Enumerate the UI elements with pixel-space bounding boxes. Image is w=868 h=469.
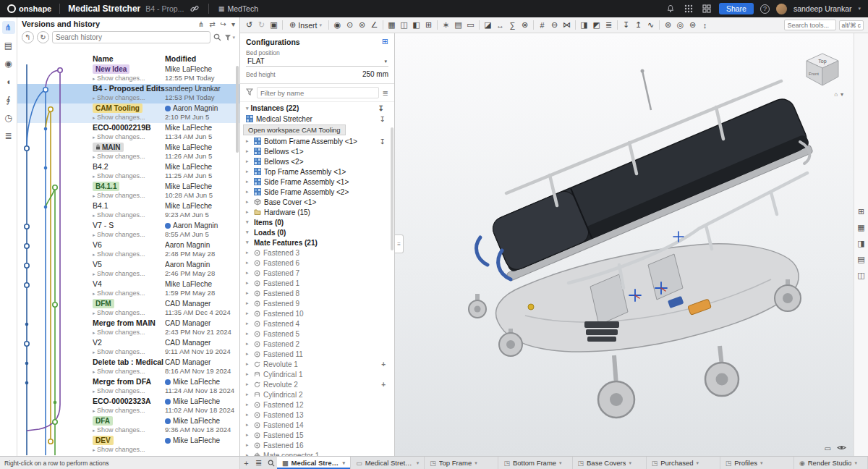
show-changes-link[interactable]: ▸ Show changes... <box>93 367 165 376</box>
sheet-metal-panel-icon[interactable]: ◫ <box>857 271 864 280</box>
section-row[interactable]: ▾Items (0) <box>240 217 394 227</box>
documents-grid-icon[interactable] <box>701 3 712 14</box>
version-row[interactable]: B4 - Proposed Edits▸ Show changes...sand… <box>17 84 239 103</box>
circular-pattern-icon[interactable]: ◫ <box>398 19 410 31</box>
mate-row[interactable]: ▸Fastened 7 <box>240 268 394 278</box>
filter-by-name-input[interactable] <box>260 89 375 97</box>
view-cube-front-label[interactable]: Front <box>809 72 819 76</box>
tab-render-studio[interactable]: ◉Render Studio▾ <box>794 457 868 469</box>
history-search-input[interactable] <box>56 33 207 41</box>
version-row[interactable]: New Idea▸ Show changes...Mike LaFleche12… <box>17 64 239 84</box>
bom-icon[interactable]: ≣ <box>603 19 615 31</box>
tree-arrow-icon[interactable]: ▸ <box>246 321 251 326</box>
panel-menu-icon[interactable]: ▾ <box>231 20 235 28</box>
fullscreen-icon[interactable]: ↕ <box>699 19 711 31</box>
create-version-icon[interactable]: ⋔ <box>198 20 204 28</box>
mirror-icon[interactable]: ◧ <box>410 19 422 31</box>
group-icon[interactable]: ⊚ <box>356 19 368 31</box>
tree-arrow-icon[interactable]: ▸ <box>246 159 251 164</box>
tree-arrow-icon[interactable]: ▾ <box>246 229 251 235</box>
versions-history-icon[interactable]: ⋔ <box>2 21 15 34</box>
column-name[interactable]: Name <box>93 54 165 63</box>
tree-arrow-icon[interactable]: ▸ <box>246 270 251 276</box>
tab-profiles[interactable]: ◳Profiles▾ <box>720 457 794 469</box>
version-row[interactable]: CAM Tooling▸ Show changes...Aaron Magnin… <box>17 103 239 123</box>
version-row[interactable]: Merge from MAIN▸ Show changes...CAD Mana… <box>17 318 239 338</box>
part-list-icon[interactable]: ▤ <box>2 39 15 52</box>
mate-icon[interactable]: ◉ <box>331 19 344 31</box>
instances-collapse-icon[interactable]: ▾ <box>246 106 249 111</box>
tab-purchased[interactable]: ◳Purchased▾ <box>647 457 720 469</box>
custom-tables-panel-icon[interactable]: ▦ <box>857 223 864 232</box>
bed-position-select[interactable]: FLAT ▾ <box>246 56 388 67</box>
show-changes-link[interactable]: ▸ Show changes... <box>93 230 165 240</box>
tree-arrow-icon[interactable]: ▸ <box>246 280 251 286</box>
list-view-icon[interactable]: ≣ <box>383 89 388 97</box>
show-changes-link[interactable]: ▸ Show changes... <box>93 289 165 298</box>
show-changes-link[interactable]: ▸ Show changes... <box>93 113 165 122</box>
view-cube-top-label[interactable]: Top <box>818 59 826 64</box>
org-label[interactable]: ▦ MedTech <box>217 4 258 13</box>
stretcher-model[interactable] <box>395 33 854 456</box>
notifications-bell-icon[interactable] <box>665 3 676 14</box>
paste-icon[interactable]: ▣ <box>268 19 280 31</box>
version-row[interactable]: ECO-00002323A▸ Show changes...Mike LaFle… <box>17 397 239 416</box>
tree-arrow-icon[interactable]: ▸ <box>246 310 251 316</box>
tree-arrow-icon[interactable]: ▸ <box>246 412 251 418</box>
version-row[interactable]: V6▸ Show changes...Aaron Magnin2:48 PM M… <box>17 240 239 260</box>
version-row[interactable]: DEV▸ Show changes...Mike LaFleche <box>17 436 239 455</box>
mate-row[interactable]: ▸Cylindrical 1 <box>240 369 394 379</box>
tab-caret-icon[interactable]: ▾ <box>417 460 420 466</box>
tree-arrow-icon[interactable]: ▸ <box>246 250 251 255</box>
linear-pattern-icon[interactable]: ▦ <box>386 19 398 31</box>
show-changes-link[interactable]: ▸ Show changes... <box>93 347 165 357</box>
mate-row[interactable]: ▸Fastened 15 <box>240 430 394 440</box>
tree-arrow-icon[interactable]: ▸ <box>246 260 251 266</box>
tab-caret-icon[interactable]: ▾ <box>854 460 857 466</box>
capture-image-icon[interactable]: ▭ <box>825 444 831 452</box>
section-row[interactable]: ▾Loads (0) <box>240 227 394 237</box>
appearance-panel-icon[interactable]: ◨ <box>857 239 864 248</box>
tree-arrow-icon[interactable]: ▸ <box>246 402 251 407</box>
tree-arrow-icon[interactable]: ▸ <box>246 381 251 387</box>
instance-row[interactable]: ▸Side Frame Assembly <2> <box>240 187 394 197</box>
section-row[interactable]: ▾Mate Features (21) <box>240 237 394 248</box>
history-search-icon[interactable] <box>213 33 221 41</box>
instance-row[interactable]: ▸Hardware (15) <box>240 207 394 217</box>
user-menu-caret-icon[interactable]: ▾ <box>858 6 861 12</box>
share-button[interactable]: Share <box>719 3 754 14</box>
refresh-graph-icon[interactable]: ↻ <box>37 31 49 43</box>
mate-row[interactable]: ▸Fastened 5 <box>240 329 394 339</box>
configuration-table-icon[interactable]: ⊞ <box>382 37 388 46</box>
version-row[interactable]: B4.1.1▸ Show changes...Mike LaFleche10:2… <box>17 182 239 201</box>
version-row[interactable]: V2▸ Show changes...CAD Manager9:11 AM No… <box>17 338 239 358</box>
add-tab-button[interactable]: + <box>240 457 252 469</box>
show-changes-link[interactable]: ▸ Show changes... <box>93 386 165 396</box>
tree-arrow-icon[interactable]: ▸ <box>246 290 251 296</box>
show-changes-link[interactable]: ▸ Show changes... <box>93 406 165 415</box>
relations-icon[interactable]: ∠ <box>368 19 380 31</box>
replicate-icon[interactable]: ⊞ <box>422 19 435 31</box>
version-row[interactable]: ECO-00002219B▸ Show changes...Mike LaFle… <box>17 123 239 143</box>
tree-arrow-icon[interactable]: ▸ <box>246 169 251 174</box>
tab-caret-icon[interactable]: ▾ <box>697 460 699 466</box>
tree-arrow-icon[interactable]: ▾ <box>246 240 251 245</box>
tree-arrow-icon[interactable]: ▸ <box>246 209 251 215</box>
follow-mode-icon[interactable]: ◉ <box>2 57 15 70</box>
history-filter-icon[interactable]: ▾ <box>224 34 235 41</box>
camera-icon[interactable]: ⊜ <box>686 19 699 31</box>
tab-medical-stretcher-draw[interactable]: ▭Medical Stretcher Draw...▾ <box>351 457 425 469</box>
version-row[interactable]: MAIN▸ Show changes...Mike LaFleche11:26 … <box>17 143 239 162</box>
tree-arrow-icon[interactable]: ▸ <box>246 138 251 144</box>
mate-move-handle-icon[interactable]: + <box>381 360 386 368</box>
version-row[interactable]: V5▸ Show changes...Aaron Magnin2:46 PM M… <box>17 260 239 279</box>
tree-arrow-icon[interactable]: ▸ <box>246 371 251 377</box>
show-changes-link[interactable]: ▸ Show changes... <box>93 93 165 103</box>
history-icon[interactable]: ◷ <box>2 111 15 124</box>
show-changes-link[interactable]: ▸ Show changes... <box>93 250 165 259</box>
simulation-icon[interactable]: ∿ <box>644 19 657 31</box>
column-modified[interactable]: Modified <box>165 54 196 63</box>
snapshot-icon[interactable]: ▭ <box>464 19 477 31</box>
instance-row[interactable]: ▸Bottom Frame Assembly <1>↧ <box>240 136 394 146</box>
instance-row[interactable]: ▸Bellows <1> <box>240 146 394 156</box>
